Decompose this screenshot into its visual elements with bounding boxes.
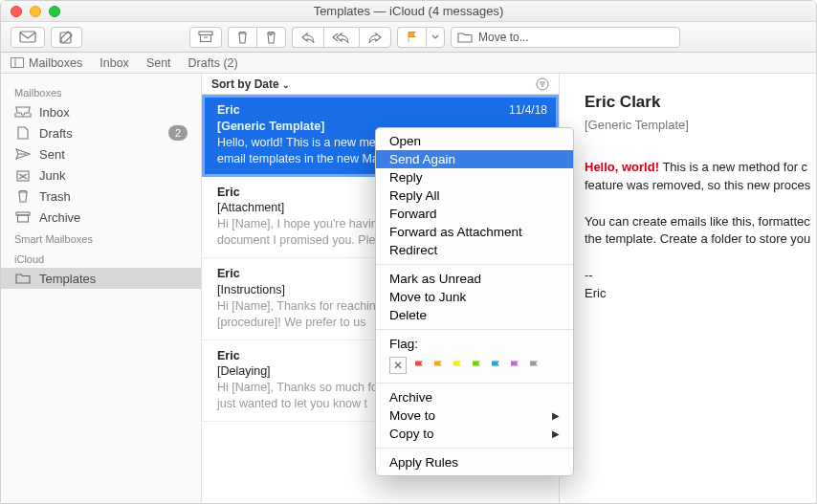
flag-dropdown-button[interactable] <box>426 27 445 48</box>
menu-forward-attachment[interactable]: Forward as Attachment <box>376 223 573 241</box>
folder-icon <box>14 272 32 285</box>
main-toolbar: Move to... <box>1 22 816 53</box>
submenu-arrow-icon: ▶ <box>552 428 560 439</box>
delete-segment <box>228 27 286 48</box>
menu-copy-to[interactable]: Copy to▶ <box>376 425 573 443</box>
svg-rect-0 <box>20 32 35 42</box>
menu-move-junk[interactable]: Move to Junk <box>376 288 573 306</box>
menu-separator <box>376 448 573 449</box>
close-window-button[interactable] <box>11 6 22 17</box>
flag-clear-button[interactable]: ✕ <box>389 357 407 374</box>
fav-inbox[interactable]: Inbox <box>99 56 129 70</box>
reading-pane: Eric Clark [Generic Template] Hello, wor… <box>560 74 816 504</box>
menu-redirect[interactable]: Redirect <box>376 241 573 259</box>
zoom-window-button[interactable] <box>49 6 60 17</box>
get-mail-button[interactable] <box>11 27 45 48</box>
reader-body: Hello, world! This is a new method for c… <box>585 159 816 303</box>
menu-send-again[interactable]: Send Again <box>376 150 573 168</box>
flag-gray[interactable] <box>528 360 541 372</box>
reply-button[interactable] <box>292 27 323 48</box>
flag-blue[interactable] <box>490 360 502 372</box>
sidebar-item-templates[interactable]: Templates <box>1 268 201 289</box>
sort-bar[interactable]: Sort by Date ⌄ <box>202 74 559 95</box>
submenu-arrow-icon: ▶ <box>552 410 560 421</box>
junk-icon <box>14 168 32 182</box>
move-to-label: Move to... <box>478 31 529 44</box>
mailboxes-toggle[interactable]: Mailboxes <box>11 56 82 70</box>
menu-delete[interactable]: Delete <box>376 306 573 324</box>
traffic-lights <box>1 6 60 17</box>
document-icon <box>14 126 32 140</box>
menu-separator <box>376 329 573 330</box>
window-title: Templates — iCloud (4 messages) <box>1 4 816 18</box>
menu-apply-rules[interactable]: Apply Rules <box>376 453 573 471</box>
filter-icon[interactable] <box>536 77 549 91</box>
menu-archive[interactable]: Archive <box>376 388 573 406</box>
flag-green[interactable] <box>471 360 483 372</box>
reader-subject: [Generic Template] <box>585 118 816 132</box>
fav-sent[interactable]: Sent <box>146 56 171 70</box>
drafts-badge: 2 <box>168 125 188 141</box>
sidebar-item-sent[interactable]: Sent <box>1 143 201 164</box>
sidebar-group-mailboxes: Mailboxes <box>1 81 201 101</box>
menu-forward[interactable]: Forward <box>376 205 573 223</box>
menu-reply-all[interactable]: Reply All <box>376 186 573 205</box>
flag-purple[interactable] <box>509 360 521 372</box>
delete-button[interactable] <box>228 27 256 48</box>
sidebar-group-smart: Smart Mailboxes <box>1 228 201 248</box>
favorites-bar: Mailboxes Inbox Sent Drafts (2) <box>1 53 816 74</box>
inbox-icon <box>14 105 32 119</box>
flag-orange[interactable] <box>432 360 445 372</box>
forward-button[interactable] <box>359 27 391 48</box>
svg-rect-5 <box>11 58 24 68</box>
menu-mark-unread[interactable]: Mark as Unread <box>376 270 573 288</box>
trash-icon <box>14 189 32 203</box>
menu-flag-row: ✕ <box>376 353 573 378</box>
menu-move-to[interactable]: Move to▶ <box>376 406 573 425</box>
window-titlebar: Templates — iCloud (4 messages) <box>1 1 816 22</box>
move-to-select[interactable]: Move to... <box>451 27 680 48</box>
mailboxes-sidebar: Mailboxes Inbox Drafts 2 Sent Junk Trash… <box>1 74 202 504</box>
reply-all-button[interactable] <box>323 27 359 48</box>
menu-reply[interactable]: Reply <box>376 168 573 186</box>
reader-from: Eric Clark <box>585 93 816 112</box>
menu-flag-label: Flag: <box>376 335 573 353</box>
sidebar-item-archive[interactable]: Archive <box>1 207 201 228</box>
menu-open[interactable]: Open <box>376 132 573 150</box>
archive-button[interactable] <box>189 27 222 48</box>
sidebar-item-trash[interactable]: Trash <box>1 186 201 207</box>
reply-segment <box>292 27 391 48</box>
junk-button[interactable] <box>256 27 286 48</box>
sent-icon <box>14 147 32 161</box>
flag-button[interactable] <box>397 27 426 48</box>
flag-segment <box>397 27 445 48</box>
compose-button[interactable] <box>51 27 82 48</box>
folder-icon <box>457 32 473 43</box>
minimize-window-button[interactable] <box>30 6 41 17</box>
archive-icon <box>14 210 32 224</box>
sidebar-group-icloud: iCloud <box>1 248 201 268</box>
message-context-menu: Open Send Again Reply Reply All Forward … <box>375 127 574 476</box>
sidebar-item-junk[interactable]: Junk <box>1 164 201 186</box>
sidebar-item-drafts[interactable]: Drafts 2 <box>1 122 201 143</box>
sidebar-item-inbox[interactable]: Inbox <box>1 101 201 122</box>
flag-yellow[interactable] <box>452 360 464 372</box>
fav-drafts[interactable]: Drafts (2) <box>188 56 238 70</box>
menu-separator <box>376 264 573 265</box>
svg-rect-9 <box>18 215 29 222</box>
svg-rect-3 <box>201 35 211 42</box>
flag-red[interactable] <box>413 360 426 372</box>
menu-separator <box>376 383 573 383</box>
